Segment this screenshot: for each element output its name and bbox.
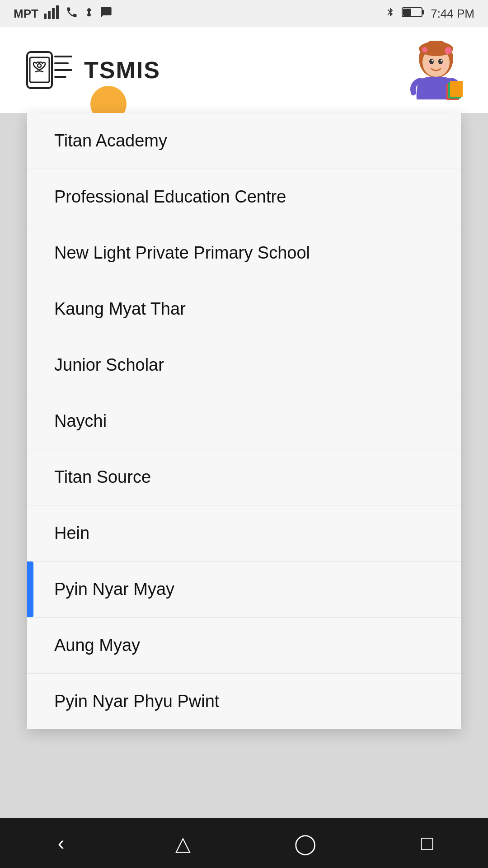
list-item-label: Junior Scholar [54, 355, 164, 374]
status-left: MPT [14, 5, 113, 22]
signal-icon [44, 5, 60, 22]
list-item-label: Titan Academy [54, 131, 167, 150]
circle-icon: ◯ [294, 832, 316, 855]
list-item[interactable]: Titan Source [27, 449, 461, 505]
list-item[interactable]: Titan Academy [27, 113, 461, 169]
svg-rect-1 [48, 11, 51, 19]
time-label: 7:44 PM [431, 7, 474, 21]
list-item-label: Kaung Myat Thar [54, 299, 186, 318]
app-header: TSMIS [0, 27, 488, 113]
logo-container: TSMIS [23, 43, 160, 97]
nav-square-button[interactable]: □ [409, 825, 445, 861]
svg-point-24 [441, 63, 447, 69]
nav-bar: ‹ △ ◯ □ [0, 818, 488, 868]
list-item[interactable]: Pyin Nyar Myay [27, 561, 461, 618]
list-item-label: Aung Myay [54, 636, 140, 655]
list-item[interactable]: Kaung Myat Thar [27, 281, 461, 337]
list-item[interactable]: Professional Education Centre [27, 169, 461, 225]
list-item-label: Pyin Nyar Phyu Pwint [54, 692, 219, 711]
nav-back-button[interactable]: ‹ [43, 825, 79, 861]
list-item[interactable]: Aung Myay [27, 618, 461, 674]
svg-rect-2 [52, 8, 55, 19]
carrier-label: MPT [14, 7, 38, 21]
dropdown-list: Titan AcademyProfessional Education Cent… [27, 113, 461, 729]
list-item-label: Titan Source [54, 467, 151, 486]
list-item[interactable]: Hein [27, 505, 461, 561]
app-title: TSMIS [84, 57, 160, 84]
list-item[interactable]: Pyin Nyar Phyu Pwint [27, 674, 461, 729]
page-wrapper: MPT [0, 0, 488, 868]
list-item[interactable]: Naychi [27, 393, 461, 449]
svg-point-9 [38, 64, 41, 67]
nav-circle-button[interactable]: ◯ [287, 825, 323, 861]
dropdown-menu[interactable]: Titan AcademyProfessional Education Cent… [27, 113, 461, 729]
triangle-icon: △ [175, 832, 191, 855]
svg-point-18 [422, 47, 427, 52]
svg-point-22 [441, 60, 442, 61]
app-logo-icon [23, 43, 77, 97]
list-item-label: New Light Private Primary School [54, 243, 310, 262]
list-item-label: Hein [54, 524, 89, 542]
phone-icon [66, 6, 78, 22]
status-bar: MPT [0, 0, 488, 27]
list-item[interactable]: New Light Private Primary School [27, 225, 461, 281]
svg-point-23 [425, 63, 432, 69]
status-right: 7:44 PM [385, 6, 474, 22]
list-item-label: Professional Education Centre [54, 187, 286, 206]
active-accent-bar [27, 561, 33, 617]
character-illustration [407, 41, 465, 99]
svg-rect-0 [44, 14, 47, 19]
list-item[interactable]: Junior Scholar [27, 337, 461, 393]
svg-point-21 [432, 60, 433, 61]
nav-triangle-button[interactable]: △ [165, 825, 201, 861]
svg-rect-5 [422, 10, 424, 14]
back-icon: ‹ [58, 832, 65, 854]
list-item-label: Naychi [54, 411, 107, 430]
list-item-label: Pyin Nyar Myay [54, 580, 174, 599]
bluetooth-icon [385, 6, 395, 22]
message-icon [100, 6, 113, 22]
battery-icon [402, 6, 424, 21]
svg-point-17 [445, 47, 452, 54]
svg-rect-6 [403, 9, 411, 16]
svg-rect-27 [450, 81, 463, 97]
square-icon: □ [421, 832, 433, 854]
svg-rect-3 [56, 5, 59, 19]
usb-icon [84, 6, 94, 22]
